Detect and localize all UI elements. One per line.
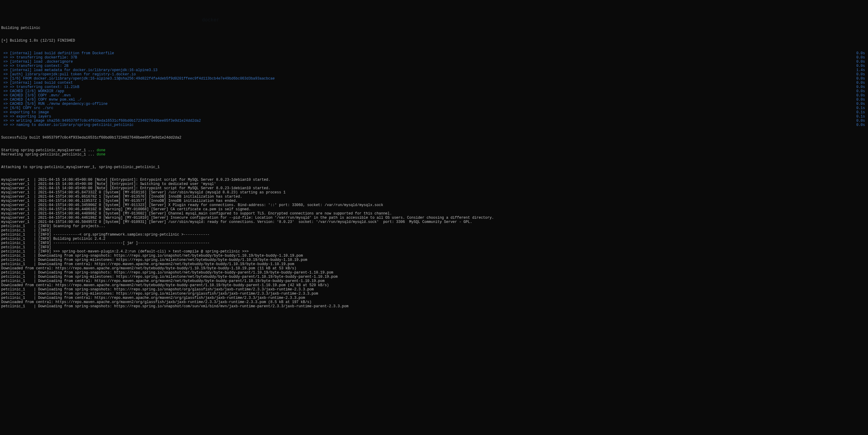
start-prefix: Starting spring-petclinic_mysqlserver_1 …: [1, 148, 97, 153]
log-line: mysqlserver_1 | 2021-04-15T14:00:45.8473…: [1, 190, 867, 195]
log-line: petclinic_1 | Downloading from central: …: [1, 279, 867, 283]
compose-start-line: Starting spring-petclinic_mysqlserver_1 …: [1, 148, 867, 153]
step-time: 0.1s: [856, 110, 867, 114]
log-line: petclinic_1 | Downloading from spring-sn…: [1, 254, 867, 258]
build-step-line: => [internal] load build definition from…: [1, 51, 867, 56]
step-time: 1.4s: [856, 68, 867, 72]
build-step-line: => [internal] load .dockerignore0.0s: [1, 60, 867, 64]
build-step-line: => CACHED [4/6] COPY mvnw pom.xml ./0.0s: [1, 98, 867, 102]
log-line: Downloaded from central: https://repo.ma…: [1, 283, 867, 288]
build-step-line: => => transferring dockerfile: 37B0.0s: [1, 56, 867, 60]
log-line: Downloaded from central: https://repo.ma…: [1, 266, 867, 270]
log-line: petclinic_1 | Downloading from spring-mi…: [1, 258, 867, 262]
step-text: writing image sha256:9495379f7c0c4f933ed…: [16, 119, 201, 123]
build-steps: => [internal] load build definition from…: [1, 51, 867, 127]
log-line: petclinic_1 | [INFO] ------------< org.s…: [1, 233, 867, 237]
log-line: petclinic_1 | Downloading from spring-sn…: [1, 270, 867, 275]
step-time: 0.0s: [856, 123, 867, 127]
step-text: transferring context: 11.21kB: [16, 85, 79, 89]
step-arrow: =>: [1, 72, 10, 76]
log-line: mysqlserver_1 | 2021-04-15T14:00:46.1195…: [1, 199, 867, 203]
step-time: 0.0s: [856, 89, 867, 93]
compose-start-lines: Starting spring-petclinic_mysqlserver_1 …: [1, 148, 867, 157]
log-line: mysqlserver_1 | 2021-04-15T14:00:45.8616…: [1, 195, 867, 199]
step-arrow: => =>: [1, 114, 16, 119]
step-text: CACHED [5/6] RUN ./mvnw dependency:go-of…: [10, 102, 107, 106]
step-text: [6/6] COPY src ./src: [10, 106, 53, 110]
step-time: 0.0s: [856, 93, 867, 98]
step-arrow: =>: [1, 93, 10, 98]
step-time: 0.1s: [856, 106, 867, 110]
build-step-line: => [internal] load build context0.0s: [1, 81, 867, 85]
log-line: petclinic_1 | Downloading from spring-mi…: [1, 275, 867, 279]
step-time: 0.0s: [856, 102, 867, 106]
build-step-line: => => writing image sha256:9495379f7c0c4…: [1, 119, 867, 123]
log-line: mysqlserver_1 | 2021-04-15T14:00:46.4406…: [1, 207, 867, 211]
start-prefix: Recreating spring-petclinic_petclinic_1 …: [1, 153, 97, 157]
build-header-status: [+] Building 1.8s (12/12) FINISHED: [1, 39, 867, 43]
container-logs: mysqlserver_1 | 2021-04-15 14:00:45+00:0…: [1, 178, 867, 308]
step-time: 0.0s: [856, 98, 867, 102]
log-line: petclinic_1 | [INFO] >>> spring-boot-mav…: [1, 249, 867, 254]
step-text: [internal] load build context: [10, 81, 73, 85]
step-time: 0.0s: [856, 119, 867, 123]
build-step-line: => [1/6] FROM docker.io/library/openjdk:…: [1, 76, 867, 81]
step-arrow: => =>: [1, 64, 16, 68]
step-text: [auth] library/openjdk:pull token for re…: [10, 72, 136, 76]
compose-start-line: Recreating spring-petclinic_petclinic_1 …: [1, 153, 867, 157]
done-label: done: [97, 148, 105, 153]
step-arrow: =>: [1, 102, 10, 106]
step-time: 0.0s: [856, 64, 867, 68]
step-text: transferring dockerfile: 37B: [16, 56, 77, 60]
step-arrow: =>: [1, 110, 10, 114]
log-line: petclinic_1 | Downloading from central: …: [1, 296, 867, 300]
build-step-line: => [internal] load metadata for docker.i…: [1, 68, 867, 72]
step-time: 0.1s: [856, 114, 867, 119]
step-text: exporting layers: [16, 114, 51, 119]
log-line: Downloaded from central: https://repo.ma…: [1, 300, 867, 304]
build-step-line: => [6/6] COPY src ./src0.1s: [1, 106, 867, 110]
build-step-line: => exporting to image0.1s: [1, 110, 867, 114]
build-step-line: => CACHED [5/6] RUN ./mvnw dependency:go…: [1, 102, 867, 106]
step-arrow: =>: [1, 81, 10, 85]
step-text: [internal] load metadata for docker.io/l…: [10, 68, 158, 72]
build-step-line: => => exporting layers0.1s: [1, 114, 867, 119]
step-arrow: =>: [1, 51, 10, 56]
step-text: CACHED [3/6] COPY .mvn/ .mvn: [10, 93, 71, 98]
log-line: petclinic_1 | Downloading from central: …: [1, 262, 867, 266]
build-step-line: => [auth] library/openjdk:pull token for…: [1, 72, 867, 76]
log-line: petclinic_1 | [INFO]: [1, 228, 867, 233]
log-line: mysqlserver_1 | 2021-04-15 14:00:45+00:0…: [1, 182, 867, 186]
done-label: done: [97, 153, 105, 157]
log-line: petclinic_1 | [INFO] Scanning for projec…: [1, 224, 867, 228]
log-line: mysqlserver_1 | 2021-04-15T14:00:46.4461…: [1, 216, 867, 220]
log-line: mysqlserver_1 | 2021-04-15T14:00:46.4409…: [1, 211, 867, 216]
step-text: [1/6] FROM docker.io/library/openjdk:16-…: [10, 76, 275, 81]
log-line: petclinic_1 | Downloading from spring-mi…: [1, 292, 867, 296]
log-line: mysqlserver_1 | 2021-04-15T14:00:46.3459…: [1, 203, 867, 207]
build-step-line: => => naming to docker.io/library/spring…: [1, 123, 867, 127]
terminal-output[interactable]: Building petclinic [+] Building 1.8s (12…: [1, 18, 867, 313]
step-arrow: =>: [1, 89, 10, 93]
log-line: mysqlserver_1 | 2021-04-15 14:00:45+00:0…: [1, 186, 867, 190]
step-text: naming to docker.io/library/spring-petcl…: [16, 123, 133, 127]
step-text: [internal] load build definition from Do…: [10, 51, 114, 56]
step-arrow: => =>: [1, 119, 16, 123]
step-arrow: => =>: [1, 123, 16, 127]
step-text: CACHED [2/6] WORKDIR /app: [10, 89, 64, 93]
log-line: petclinic_1 | Downloading from spring-sn…: [1, 288, 867, 292]
log-line: petclinic_1 | [INFO] -------------------…: [1, 241, 867, 245]
build-step-line: => CACHED [3/6] COPY .mvn/ .mvn0.0s: [1, 93, 867, 98]
log-line: petclinic_1 | Downloading from spring-sn…: [1, 304, 867, 308]
step-time: 0.0s: [856, 60, 867, 64]
step-arrow: =>: [1, 76, 10, 81]
step-time: 0.0s: [856, 81, 867, 85]
step-text: CACHED [4/6] COPY mvnw pom.xml ./: [10, 98, 82, 102]
step-time: 0.0s: [856, 72, 867, 76]
step-arrow: =>: [1, 98, 10, 102]
build-step-line: => CACHED [2/6] WORKDIR /app0.0s: [1, 89, 867, 93]
step-arrow: =>: [1, 60, 10, 64]
step-text: [internal] load .dockerignore: [10, 60, 73, 64]
log-line: mysqlserver_1 | 2021-04-15 14:00:45+00:0…: [1, 178, 867, 182]
step-time: 0.0s: [856, 51, 867, 56]
